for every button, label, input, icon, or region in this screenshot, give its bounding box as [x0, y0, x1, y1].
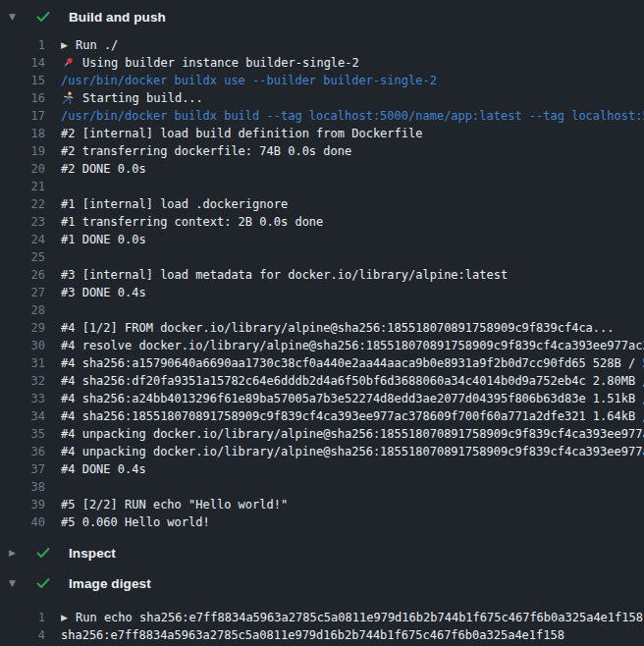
log-line: 35#4 unpacking docker.io/library/alpine@… [0, 425, 644, 443]
line-number[interactable]: 15 [0, 72, 45, 89]
log-line: 16Starting build... [0, 89, 644, 107]
log-text: ▶Run echo sha256:e7ff8834a5963a2785c5a08… [61, 609, 643, 626]
line-number[interactable]: 32 [0, 372, 45, 390]
log-line: 34#4 sha256:185518070891758909c9f839cf4c… [0, 407, 644, 425]
line-number[interactable]: 1 [0, 609, 45, 626]
line-number[interactable]: 38 [0, 478, 45, 496]
chevron-right-icon[interactable]: ▶ [9, 539, 21, 566]
log-line: 25 [0, 248, 644, 266]
log-line: 1▶Run echo sha256:e7ff8834a5963a2785c5a0… [0, 609, 644, 626]
play-expand-icon[interactable]: ▶ [61, 609, 76, 626]
line-number[interactable]: 25 [0, 248, 45, 266]
log-text: #2 [internal] load build definition from… [61, 125, 422, 142]
log-line: 37#4 DONE 0.4s [0, 460, 644, 478]
line-number[interactable]: 33 [0, 390, 45, 407]
log-line: 15/usr/bin/docker buildx use --builder b… [0, 72, 644, 89]
line-number[interactable]: 36 [0, 443, 45, 460]
line-number[interactable]: 18 [0, 125, 45, 142]
section-title: Image digest [69, 576, 151, 591]
log-text: #2 DONE 0.0s [61, 160, 146, 178]
log-line: 18#2 [internal] load build definition fr… [0, 125, 644, 142]
line-number[interactable]: 28 [0, 301, 45, 319]
log-lines-build-and-push: 1▶Run ./14Using builder instance builder… [0, 36, 644, 531]
log-line: 14Using builder instance builder-single-… [0, 54, 644, 72]
success-check-icon [35, 545, 51, 561]
log-text: #4 sha256:df20fa9351a15782c64e6dddb2d4a6… [61, 372, 644, 390]
log-text: #4 [1/2] FROM docker.io/library/alpine@s… [61, 319, 615, 337]
section-header-image-digest[interactable]: ▼ Image digest [0, 569, 644, 597]
line-number[interactable]: 34 [0, 407, 45, 425]
log-text: #4 sha256:a15790640a6690aa1730c38cf0a440… [61, 354, 644, 372]
success-check-icon [35, 575, 51, 591]
line-number[interactable]: 37 [0, 460, 45, 478]
log-text: /usr/bin/docker buildx use --builder bui… [61, 72, 437, 89]
log-text: #4 sha256:a24bb4013296f61e89ba57005a7b3e… [61, 390, 644, 407]
line-number[interactable]: 31 [0, 354, 45, 372]
log-text: Starting build... [61, 89, 203, 107]
log-text: #3 [internal] load metadata for docker.i… [61, 266, 508, 284]
log-text: #4 unpacking docker.io/library/alpine@sh… [61, 425, 644, 443]
success-check-icon [35, 9, 51, 25]
log-text: sha256:e7ff8834a5963a2785c5a0811e979d16b… [61, 626, 564, 644]
line-number[interactable]: 1 [0, 36, 45, 54]
log-line: 1▶Run ./ [0, 36, 644, 54]
log-line: 30#4 resolve docker.io/library/alpine@sh… [0, 337, 644, 354]
log-line: 22#1 [internal] load .dockerignore [0, 195, 644, 213]
chevron-down-icon[interactable]: ▼ [9, 3, 21, 30]
line-number[interactable]: 27 [0, 284, 45, 301]
line-number[interactable]: 16 [0, 89, 45, 107]
log-text: #4 resolve docker.io/library/alpine@sha2… [61, 337, 644, 354]
line-number[interactable]: 4 [0, 626, 45, 644]
line-number[interactable]: 22 [0, 195, 45, 213]
log-line: 31#4 sha256:a15790640a6690aa1730c38cf0a4… [0, 354, 644, 372]
line-number[interactable]: 26 [0, 266, 45, 284]
log-line: 33#4 sha256:a24bb4013296f61e89ba57005a7b… [0, 390, 644, 407]
log-text: #3 DONE 0.4s [61, 284, 146, 301]
line-number[interactable]: 35 [0, 425, 45, 443]
line-number[interactable]: 30 [0, 337, 45, 354]
line-number[interactable]: 39 [0, 496, 45, 513]
log-line: 20#2 DONE 0.0s [0, 160, 644, 178]
section-header-build-and-push[interactable]: ▼ Build and push [0, 3, 644, 30]
log-line: 40#5 0.060 Hello world! [0, 513, 644, 531]
play-expand-icon[interactable]: ▶ [61, 36, 76, 54]
line-number[interactable]: 24 [0, 231, 45, 248]
log-line: 4sha256:e7ff8834a5963a2785c5a0811e979d16… [0, 626, 644, 644]
line-number[interactable]: 14 [0, 54, 45, 72]
line-number[interactable]: 20 [0, 160, 45, 178]
log-line: 23#1 transferring context: 2B 0.0s done [0, 213, 644, 231]
line-number[interactable]: 17 [0, 107, 45, 125]
log-line: 27#3 DONE 0.4s [0, 284, 644, 301]
log-line: 17/usr/bin/docker buildx build --tag loc… [0, 107, 644, 125]
log-text: #5 [2/2] RUN echo "Hello world!" [61, 496, 288, 513]
log-text: #4 sha256:185518070891758909c9f839cf4ca3… [61, 407, 644, 425]
line-number[interactable]: 23 [0, 213, 45, 231]
log-line: 21 [0, 178, 644, 195]
log-line: 39#5 [2/2] RUN echo "Hello world!" [0, 496, 644, 513]
log-text: #1 [internal] load .dockerignore [61, 195, 288, 213]
log-text: ▶Run ./ [61, 36, 118, 54]
pushpin-icon [61, 56, 82, 70]
line-number[interactable]: 29 [0, 319, 45, 337]
section-title: Inspect [69, 546, 116, 561]
line-number[interactable]: 21 [0, 178, 45, 195]
log-line: 38 [0, 478, 644, 496]
log-line: 19#2 transferring dockerfile: 74B 0.0s d… [0, 142, 644, 160]
runner-icon [61, 91, 82, 105]
chevron-down-icon[interactable]: ▼ [9, 569, 21, 597]
log-text: Using builder instance builder-single-2 [61, 54, 359, 72]
log-text: #5 0.060 Hello world! [61, 513, 210, 531]
section-header-inspect[interactable]: ▶ Inspect [0, 539, 644, 566]
section-title: Build and push [69, 10, 166, 25]
log-text: #4 unpacking docker.io/library/alpine@sh… [61, 443, 644, 460]
actions-log-viewer: ▼ Build and push 1▶Run ./14Using builder… [0, 0, 644, 646]
log-text: #4 DONE 0.4s [61, 460, 146, 478]
log-line: 36#4 unpacking docker.io/library/alpine@… [0, 443, 644, 460]
line-number[interactable]: 40 [0, 513, 45, 531]
log-text: #1 DONE 0.0s [61, 231, 146, 248]
log-text: #2 transferring dockerfile: 74B 0.0s don… [61, 142, 351, 160]
line-number[interactable]: 19 [0, 142, 45, 160]
log-lines-image-digest: 1▶Run echo sha256:e7ff8834a5963a2785c5a0… [0, 609, 644, 644]
log-text: /usr/bin/docker buildx build --tag local… [61, 107, 644, 125]
log-line: 29#4 [1/2] FROM docker.io/library/alpine… [0, 319, 644, 337]
